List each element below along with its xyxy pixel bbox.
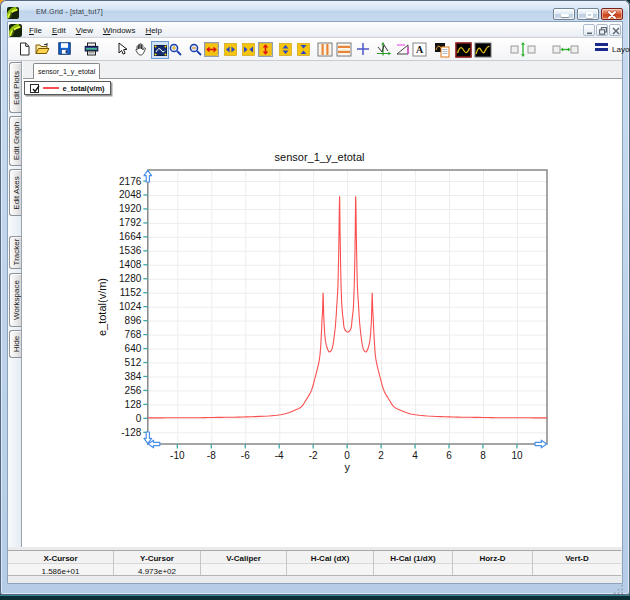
- status-value: 4.973e+02: [114, 563, 200, 575]
- svg-text:384: 384: [125, 371, 142, 382]
- status-col-x-cursor: X-Cursor1.586e+01: [8, 551, 113, 575]
- svg-text:2176: 2176: [119, 176, 142, 187]
- plot-tab[interactable]: sensor_1_y_etotal: [33, 63, 100, 79]
- mdi-window-controls: [583, 24, 621, 36]
- status-header: Horz-D: [453, 551, 532, 563]
- open-file-button[interactable]: [35, 42, 49, 57]
- chart-ticks: [143, 181, 517, 448]
- desktop-edge-line: [0, 595, 630, 596]
- status-col-h-cal-dx-: H-Cal (dX): [286, 551, 373, 575]
- menu-bar: FileEditViewWindowsHelp: [8, 22, 622, 38]
- status-value: [453, 563, 532, 575]
- status-col-h-cal-1-dx-: H-Cal (1/dX): [373, 551, 452, 575]
- svg-text:1280: 1280: [119, 273, 142, 284]
- text-annotation-button[interactable]: A: [412, 42, 426, 57]
- tracker-axes-button[interactable]: [375, 42, 389, 57]
- chart-canvas: -10-8-6-4-20246810-128012825638451264076…: [8, 61, 622, 547]
- title-bar: EM.Grid - [stat_tut7]: [2, 1, 628, 22]
- layout-label: Layout: [612, 45, 630, 54]
- minimize-icon: [561, 14, 569, 17]
- svg-text:0: 0: [344, 450, 350, 461]
- mdi-restore-button[interactable]: [596, 24, 608, 36]
- maximize-button[interactable]: [577, 8, 599, 20]
- layout-button[interactable]: Layout: [595, 42, 609, 57]
- window-title: EM.Grid - [stat_tut7]: [36, 8, 103, 15]
- status-header: H-Cal (dX): [287, 551, 373, 563]
- svg-text:-6: -6: [241, 450, 250, 461]
- slope-triangle-button[interactable]: [395, 42, 409, 57]
- resize-grip[interactable]: [612, 583, 624, 595]
- status-bar: X-Cursor1.586e+01Y-Cursor4.973e+02V-Cali…: [8, 547, 622, 583]
- expand-x-button[interactable]: [204, 42, 218, 57]
- align-vertical-button[interactable]: [510, 42, 524, 57]
- svg-text:10: 10: [511, 450, 523, 461]
- mdi-close-button[interactable]: [609, 24, 621, 36]
- app-window: EM.Grid - [stat_tut7] FileEditViewWindow…: [0, 0, 630, 595]
- y-axis-max-arrow[interactable]: [144, 170, 152, 182]
- minimize-button[interactable]: [553, 8, 575, 20]
- copy-plot-button[interactable]: [434, 42, 448, 57]
- svg-text:-10: -10: [170, 450, 185, 461]
- save-button[interactable]: [58, 42, 72, 57]
- arrows-y-in-button[interactable]: [296, 42, 310, 57]
- new-document-button[interactable]: [18, 42, 32, 57]
- svg-text:640: 640: [125, 343, 142, 354]
- menu-windows[interactable]: Windows: [98, 22, 140, 38]
- plot-style-dark-button[interactable]: [455, 42, 469, 57]
- status-value: [201, 563, 286, 575]
- pan-hand-button[interactable]: [134, 42, 148, 57]
- arrows-x-in-button[interactable]: [241, 42, 255, 57]
- cursor-readout-table: X-Cursor1.586e+01Y-Cursor4.973e+02V-Cali…: [8, 550, 621, 576]
- close-button[interactable]: [601, 8, 623, 20]
- document-icon[interactable]: [9, 24, 22, 37]
- chart-title: sensor_1_y_etotal: [275, 151, 365, 163]
- chart-grid: [148, 170, 547, 444]
- plot-style-dark-2-button[interactable]: [474, 42, 488, 57]
- status-header: X-Cursor: [8, 551, 113, 563]
- svg-text:256: 256: [125, 385, 142, 396]
- caliper-vertical-button[interactable]: [317, 42, 331, 57]
- legend-line-sample: [43, 87, 59, 89]
- zoom-window-button[interactable]: [151, 41, 169, 59]
- crosshair-button[interactable]: [356, 42, 370, 57]
- svg-text:896: 896: [125, 315, 142, 326]
- menu-items: FileEditViewWindowsHelp: [24, 22, 167, 38]
- svg-text:6: 6: [446, 450, 452, 461]
- status-col-horz-d: Horz-D: [452, 551, 532, 575]
- client-area: Edit PlotsEdit GraphEdit AxesTrackerWork…: [8, 61, 622, 547]
- menu-help[interactable]: Help: [140, 22, 166, 38]
- svg-text:128: 128: [125, 399, 142, 410]
- status-value: 1.586e+01: [8, 563, 113, 575]
- cursor-arrow-button[interactable]: [115, 42, 129, 57]
- print-button[interactable]: [84, 42, 98, 57]
- align-horizontal-button[interactable]: [552, 42, 566, 57]
- menu-view[interactable]: View: [71, 22, 98, 38]
- svg-text:8: 8: [480, 450, 486, 461]
- legend: e_total(v/m): [24, 81, 111, 95]
- arrows-y-out-button[interactable]: [278, 42, 292, 57]
- legend-checkbox[interactable]: [30, 84, 39, 93]
- svg-text:1664: 1664: [119, 231, 142, 242]
- zoom-in-button[interactable]: [168, 42, 182, 57]
- maximize-icon: [586, 12, 593, 18]
- mdi-minimize-button[interactable]: [583, 24, 595, 36]
- desktop: { "window": { "title": "EM.Grid - [stat_…: [0, 0, 630, 600]
- menu-file[interactable]: File: [24, 22, 47, 38]
- svg-text:-128: -128: [121, 427, 141, 438]
- svg-text:2048: 2048: [119, 189, 142, 200]
- arrows-x-out-button[interactable]: [223, 42, 237, 57]
- menu-edit[interactable]: Edit: [47, 22, 71, 38]
- svg-text:1024: 1024: [119, 301, 142, 312]
- x-axis-max-arrow[interactable]: [535, 440, 547, 448]
- svg-text:1152: 1152: [120, 287, 142, 298]
- expand-y-button[interactable]: [258, 42, 272, 57]
- app-icon[interactable]: [7, 7, 19, 19]
- status-col-y-cursor: Y-Cursor4.973e+02: [113, 551, 200, 575]
- caliper-horizontal-button[interactable]: [336, 42, 350, 57]
- axis-end-arrows: [144, 170, 547, 448]
- status-header: H-Cal (1/dX): [374, 551, 452, 563]
- zoom-out-button[interactable]: [188, 42, 202, 57]
- status-value: [287, 563, 373, 575]
- status-header: Vert-D: [533, 551, 621, 563]
- legend-series-label: e_total(v/m): [63, 84, 105, 93]
